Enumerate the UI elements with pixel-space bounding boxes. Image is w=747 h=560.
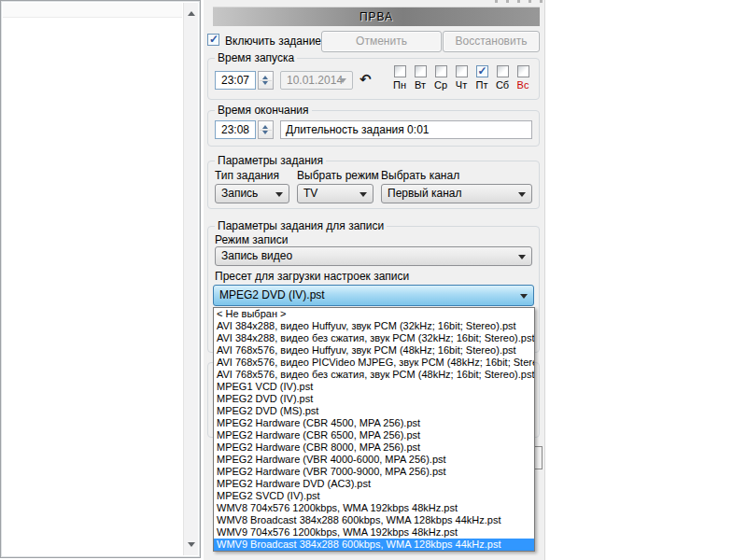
preset-option[interactable]: MPEG2 Hardware (VBR 7000-9000, MPA 256).… [214, 466, 534, 478]
preset-option[interactable]: MPEG2 Hardware (VBR 4000-6000, MPA 256).… [214, 454, 534, 466]
preset-option[interactable]: MPEG2 SVCD (IV).pst [214, 490, 534, 502]
day-label-3: Чт [451, 79, 472, 91]
day-checkbox-4[interactable] [476, 65, 488, 77]
preset-option[interactable]: WMV9 Broadcast 384x288 600kbps, WMA 128k… [214, 539, 534, 551]
day-label-5: Сб [492, 79, 513, 91]
task-panel: ПРВА Включить задание Отменить Восстанов… [204, 0, 545, 560]
chevron-down-icon [518, 192, 526, 197]
chevron-down-icon [339, 78, 346, 83]
day-label-6: Вс [513, 79, 533, 91]
start-time-group-label: Время запуска [215, 51, 297, 64]
mode-combobox[interactable]: TV [297, 184, 374, 203]
mode-label: Выбрать режим [297, 169, 379, 182]
day-column: Пн [389, 65, 410, 91]
enable-task-checkbox[interactable] [207, 34, 219, 46]
day-checkbox-0[interactable] [394, 65, 406, 77]
channel-list-header [3, 3, 182, 18]
preset-option[interactable]: AVI 768x576, видео Huffyuv, звук PCM (48… [214, 344, 534, 357]
chevron-down-icon [520, 294, 528, 299]
start-time-input[interactable]: 23:07 [215, 71, 256, 90]
chevron-down-icon [359, 192, 367, 197]
preset-option[interactable]: MPEG2 Hardware DVD (AC3).pst [214, 478, 534, 490]
preset-option[interactable]: < Не выбран > [214, 308, 534, 320]
preset-option[interactable]: MPEG1 VCD (IV).pst [214, 381, 534, 393]
task-type-value: Запись [221, 187, 258, 200]
channel-list-scrollbar[interactable] [183, 3, 198, 555]
channel-label: Выбрать канал [381, 169, 459, 182]
record-params-group-label: Параметры задания для записи [215, 219, 387, 232]
end-time-input[interactable]: 23:08 [215, 120, 256, 139]
chevron-down-icon [518, 255, 526, 259]
spin-up-icon[interactable] [262, 76, 268, 79]
preset-option[interactable]: WMV8 Broadcast 384x288 600kbps, WMA 128k… [214, 514, 534, 526]
clipped-content-artifact [495, 0, 547, 3]
day-label-2: Ср [430, 79, 451, 91]
day-label-1: Вт [410, 79, 430, 91]
enable-task-label: Включить задание [225, 35, 321, 48]
preset-label: Пресет для загрузки настроек записи [215, 270, 409, 283]
channel-list-panel [0, 0, 201, 558]
spin-down-icon[interactable] [262, 81, 268, 85]
day-label-4: Пт [472, 79, 492, 91]
start-date-combobox: 10.01.2014 [280, 71, 353, 90]
day-column: Чт [451, 65, 472, 91]
channel-combobox[interactable]: Первый канал [381, 184, 532, 203]
day-column: Вт [410, 65, 430, 91]
record-mode-label: Режим записи [215, 233, 288, 246]
spin-up-icon[interactable] [262, 125, 268, 129]
task-params-group-label: Параметры задания [215, 154, 326, 167]
preset-option[interactable]: MPEG2 Hardware (CBR 8000, MPA 256).pst [214, 441, 534, 454]
mode-value: TV [303, 187, 317, 200]
task-type-label: Тип задания [215, 169, 279, 182]
record-mode-combobox[interactable]: Запись видео [215, 246, 532, 266]
preset-option[interactable]: AVI 768x576, видео PICVideo MJPEG, звук … [214, 357, 534, 369]
restore-button[interactable]: Восстановить [443, 31, 540, 52]
task-type-combobox[interactable]: Запись [215, 184, 289, 203]
scroll-up-icon[interactable] [188, 11, 195, 16]
day-column: Вс [513, 65, 533, 91]
panel-title-bar: ПРВА [213, 7, 540, 26]
undo-icon[interactable]: ↶ [359, 71, 372, 88]
preset-option[interactable]: MPEG2 DVD (MS).pst [214, 405, 534, 417]
preset-option[interactable]: WMV9 704x576 1200kbps, WMA 192kbps 48kHz… [214, 526, 534, 539]
day-checkbox-6[interactable] [517, 65, 529, 77]
preset-option[interactable]: WMV8 704x576 1200kbps, WMA 192kbps 48kHz… [214, 502, 534, 514]
day-checkbox-1[interactable] [415, 65, 427, 77]
day-column: Сб [492, 65, 513, 91]
preset-option[interactable]: MPEG2 Hardware (CBR 4500, MPA 256).pst [214, 417, 534, 429]
duration-field: Длительность задания 0:01 [280, 120, 532, 139]
day-column: Пт [472, 65, 492, 91]
scroll-down-icon[interactable] [188, 542, 195, 547]
day-column: Ср [430, 65, 451, 91]
end-time-spinner[interactable] [258, 120, 274, 139]
day-label-0: Пн [389, 79, 410, 91]
spin-down-icon[interactable] [262, 131, 268, 134]
channel-value: Первый канал [388, 187, 462, 200]
panel-title: ПРВА [359, 10, 393, 23]
day-checkbox-5[interactable] [497, 65, 509, 77]
preset-option[interactable]: MPEG2 DVD (IV).pst [214, 393, 534, 405]
preset-value: MPEG2 DVD (IV).pst [219, 288, 325, 301]
cancel-button[interactable]: Отменить [321, 31, 442, 52]
preset-combobox[interactable]: MPEG2 DVD (IV).pst [213, 285, 534, 306]
day-checkbox-3[interactable] [456, 65, 468, 77]
record-mode-value: Запись видео [221, 249, 292, 262]
start-time-spinner[interactable] [258, 71, 274, 90]
preset-option[interactable]: AVI 768x576, видео без сжатия, звук PCM … [214, 369, 534, 381]
day-checkbox-2[interactable] [435, 65, 447, 77]
preset-option[interactable]: AVI 384x288, видео без сжатия, звук PCM … [214, 332, 534, 344]
preset-option[interactable]: MPEG2 Hardware (CBR 6500, MPA 256).pst [214, 429, 534, 441]
end-time-group-label: Время окончания [215, 104, 312, 117]
preset-option[interactable]: AVI 384x288, видео Huffyuv, звук PCM (32… [214, 320, 534, 332]
start-date-value: 10.01.2014 [287, 74, 343, 87]
chevron-down-icon [275, 192, 283, 197]
preset-dropdown-list[interactable]: < Не выбран > AVI 384x288, видео Huffyuv… [213, 307, 535, 552]
